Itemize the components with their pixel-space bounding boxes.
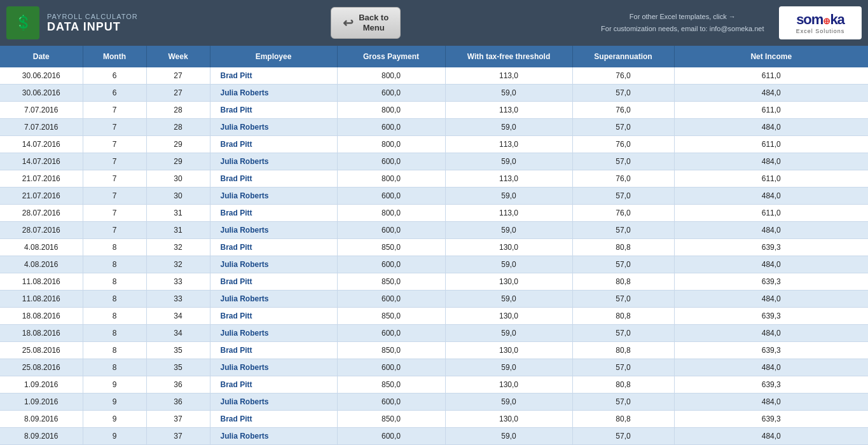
data-cell: 800,0 [337,205,445,222]
data-cell: 113,0 [445,205,572,222]
data-cell: 57,0 [572,222,674,239]
data-cell: 57,0 [572,153,674,170]
data-cell: 57,0 [572,85,674,102]
data-cell: 14.07.2016 [0,153,83,170]
data-cell: 37 [146,411,210,428]
data-cell: 600,0 [337,291,445,308]
employee-cell: Brad Pitt [210,376,337,394]
data-cell: 8 [83,342,146,359]
data-cell: 8.09.2016 [0,411,83,428]
data-cell: 57,0 [572,256,674,273]
data-cell: 600,0 [337,394,445,411]
column-header: Date [0,46,83,67]
data-cell: 484,0 [674,119,868,136]
data-cell: 80,8 [572,411,674,428]
data-cell: 7 [83,188,146,205]
data-cell: 600,0 [337,222,445,239]
table-row: 28.07.2016731Brad Pitt800,0113,076,0611,… [0,205,868,222]
data-cell: 32 [146,256,210,273]
data-cell: 36 [146,376,210,394]
data-cell: 59,0 [445,325,572,342]
data-cell: 59,0 [445,153,572,170]
data-cell: 9 [83,394,146,411]
data-cell: 8 [83,273,146,291]
data-cell: 484,0 [674,222,868,239]
data-cell: 6 [83,85,146,102]
data-cell: 33 [146,291,210,308]
data-cell: 25.08.2016 [0,342,83,359]
data-cell: 7 [83,170,146,188]
data-cell: 59,0 [445,291,572,308]
table-row: 7.07.2016728Julia Roberts600,059,057,048… [0,119,868,136]
header-title-block: PAYROLL CALCULATOR DATA INPUT [47,13,138,34]
employee-cell: Brad Pitt [210,205,337,222]
data-cell: 639,3 [674,239,868,256]
someka-brand-logo: som⊕ka Excel Solutions [779,6,862,39]
table-row: 4.08.2016832Julia Roberts600,059,057,048… [0,256,868,273]
app-header: 💲 PAYROLL CALCULATOR DATA INPUT ↩ Back t… [0,0,868,46]
table-row: 7.07.2016728Brad Pitt800,0113,076,0611,0 [0,102,868,119]
data-cell: 113,0 [445,170,572,188]
employee-cell: Brad Pitt [210,239,337,256]
data-cell: 800,0 [337,102,445,119]
data-cell: 30.06.2016 [0,85,83,102]
employee-cell: Brad Pitt [210,273,337,291]
back-arrow-icon: ↩ [343,15,354,31]
table-row: 25.08.2016835Brad Pitt850,0130,080,8639,… [0,342,868,359]
data-cell: 30 [146,170,210,188]
table-row: 14.07.2016729Brad Pitt800,0113,076,0611,… [0,136,868,153]
data-cell: 484,0 [674,85,868,102]
data-cell: 7 [83,119,146,136]
data-cell: 76,0 [572,170,674,188]
employee-cell: Brad Pitt [210,342,337,359]
data-cell: 4.08.2016 [0,239,83,256]
data-cell: 9 [83,411,146,428]
data-cell: 7.07.2016 [0,102,83,119]
employee-cell: Julia Roberts [210,119,337,136]
data-cell: 4.08.2016 [0,256,83,273]
data-cell: 34 [146,325,210,342]
data-cell: 600,0 [337,428,445,445]
data-cell: 34 [146,308,210,325]
data-cell: 28.07.2016 [0,205,83,222]
data-cell: 76,0 [572,205,674,222]
data-cell: 484,0 [674,428,868,445]
column-header: Employee [210,46,337,67]
data-cell: 7 [83,222,146,239]
data-cell: 8 [83,359,146,376]
data-table-container[interactable]: DateMonthWeekEmployeeGross PaymentWith t… [0,46,868,445]
data-cell: 59,0 [445,119,572,136]
data-cell: 130,0 [445,376,572,394]
data-cell: 28 [146,119,210,136]
data-cell: 76,0 [572,67,674,85]
data-cell: 80,8 [572,342,674,359]
table-row: 1.09.2016936Brad Pitt850,0130,080,8639,3 [0,376,868,394]
table-row: 18.08.2016834Julia Roberts600,059,057,04… [0,325,868,342]
data-cell: 7 [83,205,146,222]
data-cell: 600,0 [337,188,445,205]
back-to-menu-button[interactable]: ↩ Back to Menu [331,7,401,38]
data-cell: 639,3 [674,342,868,359]
data-cell: 59,0 [445,394,572,411]
employee-cell: Julia Roberts [210,291,337,308]
data-cell: 37 [146,428,210,445]
data-cell: 484,0 [674,325,868,342]
data-cell: 7 [83,136,146,153]
data-cell: 76,0 [572,102,674,119]
table-row: 18.08.2016834Brad Pitt850,0130,080,8639,… [0,308,868,325]
data-cell: 29 [146,153,210,170]
table-row: 14.07.2016729Julia Roberts600,059,057,04… [0,153,868,170]
data-cell: 639,3 [674,376,868,394]
data-cell: 9 [83,376,146,394]
table-row: 28.07.2016731Julia Roberts600,059,057,04… [0,222,868,239]
column-header: Week [146,46,210,67]
employee-cell: Julia Roberts [210,394,337,411]
data-cell: 80,8 [572,239,674,256]
data-cell: 484,0 [674,291,868,308]
data-cell: 484,0 [674,359,868,376]
employee-cell: Julia Roberts [210,256,337,273]
table-row: 21.07.2016730Brad Pitt800,0113,076,0611,… [0,170,868,188]
data-cell: 36 [146,394,210,411]
data-cell: 1.09.2016 [0,376,83,394]
table-row: 25.08.2016835Julia Roberts600,059,057,04… [0,359,868,376]
